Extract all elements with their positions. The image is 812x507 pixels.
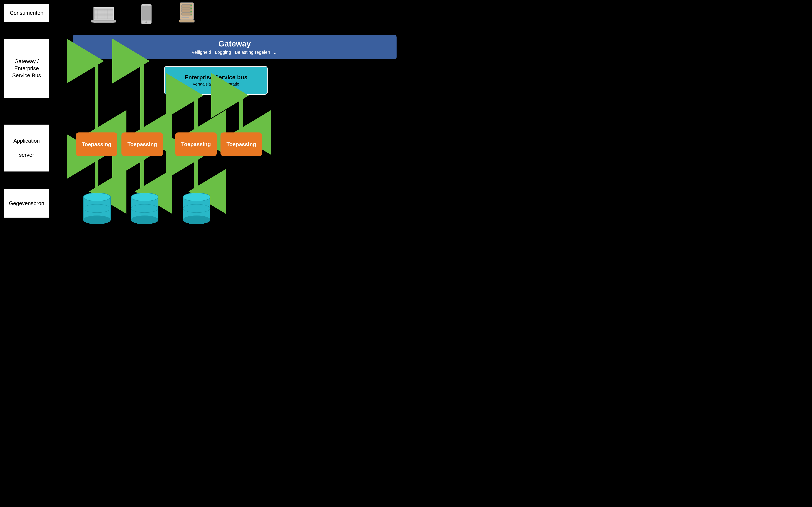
gateway-esb-text: Gateway /EnterpriseService Bus — [12, 58, 41, 79]
toepassing-4: Toepassing — [221, 132, 262, 156]
svg-point-57 — [183, 216, 210, 224]
appserver-text: Applicationserver — [13, 137, 40, 158]
svg-rect-20 — [91, 20, 116, 22]
toepassing-3-label: Toepassing — [181, 141, 211, 148]
database-1 — [81, 192, 113, 226]
diagram-container: Consumenten Gateway /EnterpriseService B… — [0, 0, 406, 253]
gateway-blue-box: Gateway Veiligheid | Logging | Belasting… — [73, 35, 397, 59]
svg-rect-34 — [179, 20, 194, 22]
svg-rect-2 — [94, 9, 113, 9]
svg-rect-24 — [144, 5, 148, 5]
browser-label: BROWSER — [92, 26, 116, 31]
b2b-label: B2B — [182, 26, 192, 31]
toepassing-3: Toepassing — [175, 132, 217, 156]
mobile-icon — [139, 4, 154, 24]
esb-box: Enterprise Service bus Vertaalslag | Orc… — [164, 66, 268, 95]
browser-icon — [91, 6, 116, 24]
gateway-title: Gateway — [218, 40, 251, 48]
consumers-row: BROWSER MOBILE — [91, 2, 197, 31]
toepassing-2: Toepassing — [121, 132, 163, 156]
toepassing-1: Toepassing — [76, 132, 117, 156]
gegevensbron-text: Gegevensbron — [9, 200, 45, 207]
svg-point-53 — [131, 216, 158, 224]
esb-subtitle: Vertaalslag | Orchestratie — [193, 82, 239, 87]
svg-point-33 — [190, 14, 192, 15]
database-2 — [129, 192, 160, 226]
consumenten-text: Consumenten — [10, 9, 43, 17]
toepassing-2-label: Toepassing — [127, 141, 157, 148]
consumer-mobile: MOBILE — [137, 4, 156, 31]
gateway-subtitle: Veiligheid | Logging | Belasting regelen… — [192, 50, 278, 55]
consumer-browser: BROWSER — [91, 6, 116, 31]
svg-point-32 — [190, 11, 192, 12]
database-3 — [181, 192, 212, 226]
label-consumenten: Consumenten — [4, 4, 49, 22]
svg-point-58 — [183, 193, 210, 201]
svg-point-23 — [145, 21, 147, 23]
svg-rect-35 — [181, 17, 189, 18]
toepassing-1-label: Toepassing — [82, 141, 112, 148]
consumer-b2b: B2B — [176, 2, 197, 31]
svg-rect-22 — [142, 6, 151, 20]
svg-point-30 — [190, 5, 192, 6]
svg-point-31 — [190, 8, 192, 9]
label-gegevensbron: Gegevensbron — [4, 189, 49, 218]
label-application-server: Applicationserver — [4, 124, 49, 172]
b2b-icon — [176, 2, 197, 24]
svg-point-50 — [83, 193, 110, 201]
toepassing-4-label: Toepassing — [227, 141, 256, 148]
esb-title: Enterprise Service bus — [184, 74, 247, 81]
svg-point-49 — [83, 216, 110, 224]
svg-point-54 — [131, 193, 158, 201]
mobile-label: MOBILE — [137, 26, 156, 31]
label-gateway-esb: Gateway /EnterpriseService Bus — [4, 39, 49, 99]
